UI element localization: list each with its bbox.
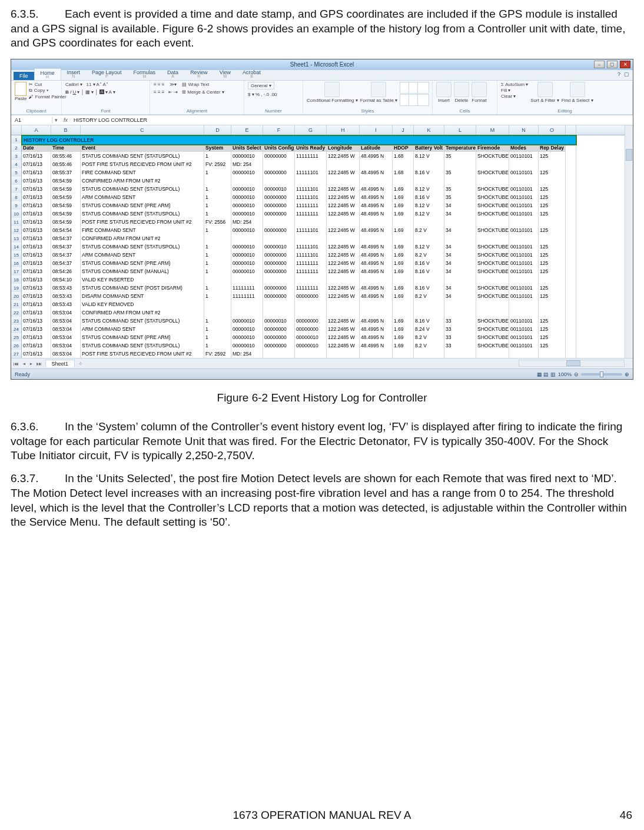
column-header-I[interactable]: I <box>360 125 393 135</box>
column-header-A[interactable]: A <box>22 125 51 135</box>
min-ribbon-icon[interactable]: ▢ <box>624 71 629 77</box>
column-header-L[interactable]: L <box>444 125 476 135</box>
autosum-button[interactable]: Σ AutoSum ▾ <box>501 82 528 87</box>
find-select-label[interactable]: Find & Select ▾ <box>562 98 593 103</box>
ribbon-tab-insert[interactable]: InsertN <box>61 68 87 80</box>
cut-button[interactable]: ✂ Cut <box>29 82 66 87</box>
formula-value[interactable]: HISTORY LOG CONTROLLER <box>71 117 147 123</box>
column-header-O[interactable]: O <box>539 125 566 135</box>
delete-cells-label[interactable]: Delete <box>454 98 468 103</box>
new-sheet-button[interactable]: ✧ <box>75 361 87 367</box>
zoom-out-button[interactable]: ⊖ <box>574 371 579 377</box>
sheet-tab-1[interactable]: Sheet1 <box>45 360 75 367</box>
insert-cells-icon[interactable] <box>436 82 452 97</box>
column-header-[interactable] <box>566 125 576 135</box>
column-header-D[interactable]: D <box>204 125 231 135</box>
column-header-F[interactable]: F <box>263 125 295 135</box>
column-header-E[interactable]: E <box>231 125 263 135</box>
font-style-buttons[interactable]: B I U ▾ │ ▦ ▾ │ 🅰 ▾ A ▾ <box>65 89 115 95</box>
fill-button[interactable]: Fill ▾ <box>501 88 528 93</box>
log-title-cell[interactable]: HISTORY LOG CONTROLLER <box>21 135 577 145</box>
number-buttons[interactable]: $ ▾ % , ◦.0 .00 <box>248 92 277 97</box>
zoom-in-button[interactable]: ⊕ <box>625 371 629 377</box>
cell[interactable]: MD: 254 <box>231 350 263 358</box>
cell[interactable] <box>263 350 295 358</box>
column-header-C[interactable]: C <box>81 125 204 135</box>
table-row: 2607/16/1308:53:04STATUS COMMAND SENT (S… <box>11 341 633 350</box>
column-header-N[interactable]: N <box>509 125 539 135</box>
copy-button[interactable]: ⧉ Copy ▾ <box>29 88 66 94</box>
number-format-select[interactable]: General ▾ <box>248 82 274 89</box>
column-header-H[interactable]: H <box>327 125 360 135</box>
window-min-button[interactable]: – <box>594 61 605 68</box>
cell[interactable] <box>360 350 393 358</box>
sort-filter-label[interactable]: Sort & Filter ▾ <box>530 98 559 103</box>
namebox-dropdown-icon[interactable]: ▾ <box>52 117 60 123</box>
row-header[interactable]: 27 <box>11 350 22 358</box>
ribbon-tab-formulas[interactable]: FormulasM <box>128 68 162 80</box>
ribbon-tab-review[interactable]: ReviewR <box>184 68 214 80</box>
insert-cells-label[interactable]: Insert <box>438 98 450 103</box>
paste-label[interactable]: Paste <box>15 96 26 101</box>
column-header-K[interactable]: K <box>414 125 444 135</box>
find-select-icon[interactable] <box>570 82 585 97</box>
cell[interactable]: POST FIRE STATUS RECIEVED FROM UNIT #2 <box>81 350 204 358</box>
cell[interactable] <box>393 350 414 358</box>
select-all-corner[interactable] <box>11 125 22 135</box>
cell[interactable] <box>327 350 360 358</box>
cond-format-icon[interactable] <box>324 82 340 97</box>
horizontal-scrollbar[interactable] <box>519 360 625 367</box>
cell[interactable]: 08:53:04 <box>51 350 81 358</box>
cell[interactable] <box>476 350 509 358</box>
number-group-label: Number <box>248 108 299 114</box>
ribbon-tab-view[interactable]: ViewW <box>214 68 237 80</box>
ribbon-tab-home[interactable]: HomeH <box>34 68 61 80</box>
font-size-select[interactable]: 11 <box>87 82 92 87</box>
column-header-M[interactable]: M <box>476 125 509 135</box>
delete-cells-icon[interactable] <box>454 82 469 97</box>
ribbon-tab-data[interactable]: DataA <box>161 68 184 80</box>
sort-filter-icon[interactable] <box>537 82 553 97</box>
name-box[interactable]: A1 <box>11 117 52 123</box>
help-icon[interactable]: ? <box>618 71 620 77</box>
paste-icon[interactable] <box>15 82 26 96</box>
format-cells-label[interactable]: Format <box>472 98 486 103</box>
table-row: 507/16/1308:55:37FIRE COMMAND SENT100000… <box>11 168 633 177</box>
cell[interactable] <box>414 350 444 358</box>
font-name-select[interactable]: Calibri <box>65 82 79 87</box>
align-buttons-top[interactable]: ≡ ≡ ≡ ≫▾ ▤ Wrap Text <box>154 82 209 87</box>
fx-icon[interactable]: fx <box>60 117 71 123</box>
zoom-level[interactable]: 100% <box>558 371 572 377</box>
cell[interactable] <box>295 350 327 358</box>
column-header-G[interactable]: G <box>295 125 327 135</box>
column-header-B[interactable]: B <box>51 125 81 135</box>
cond-format-label[interactable]: Conditional Formatting ▾ <box>307 98 358 103</box>
editing-group-label: Editing <box>501 108 629 114</box>
view-buttons[interactable]: ▦ ▤ ▥ <box>537 371 556 377</box>
format-table-label[interactable]: Format as Table ▾ <box>360 98 397 103</box>
cell[interactable] <box>539 350 566 358</box>
format-cells-icon[interactable] <box>472 82 487 97</box>
worksheet-grid[interactable]: ABCDEFGHIJKLMNO 1HISTORY LOG CONTROLLER2… <box>11 125 633 358</box>
column-header-J[interactable]: J <box>393 125 414 135</box>
align-buttons-bottom[interactable]: ≡ ≡ ≡ ⇤ ⇥ ⊞ Merge & Center ▾ <box>154 89 224 95</box>
format-table-icon[interactable] <box>371 82 386 97</box>
cell[interactable]: FV: 2592 <box>204 350 231 358</box>
cell[interactable]: 07/16/13 <box>22 350 51 358</box>
footer-title: 1673 OPERATION MANUAL REV A <box>0 809 644 822</box>
ribbon-tab-acrobat[interactable]: AcrobatB <box>237 68 267 80</box>
table-row: 2507/16/1308:53:04STATUS COMMAND SENT (P… <box>11 333 633 341</box>
sheet-nav-buttons[interactable]: ⏮ ◀ ▶ ⏭ <box>11 361 45 367</box>
vertical-scrollbar[interactable] <box>625 125 633 358</box>
zoom-slider[interactable] <box>581 373 622 376</box>
cell[interactable] <box>509 350 539 358</box>
clear-button[interactable]: Clear ▾ <box>501 94 528 99</box>
window-close-button[interactable]: ✕ <box>620 61 630 68</box>
cell[interactable] <box>444 350 476 358</box>
window-max-button[interactable]: ▢ <box>607 61 618 68</box>
format-painter-button[interactable]: 🖌 Format Painter <box>29 94 66 99</box>
cells-group-label: Cells <box>436 108 493 114</box>
cell-styles-gallery[interactable] <box>400 82 426 106</box>
ribbon-tab-page-layout[interactable]: Page LayoutP <box>86 68 128 80</box>
file-tab[interactable]: File <box>14 72 34 80</box>
